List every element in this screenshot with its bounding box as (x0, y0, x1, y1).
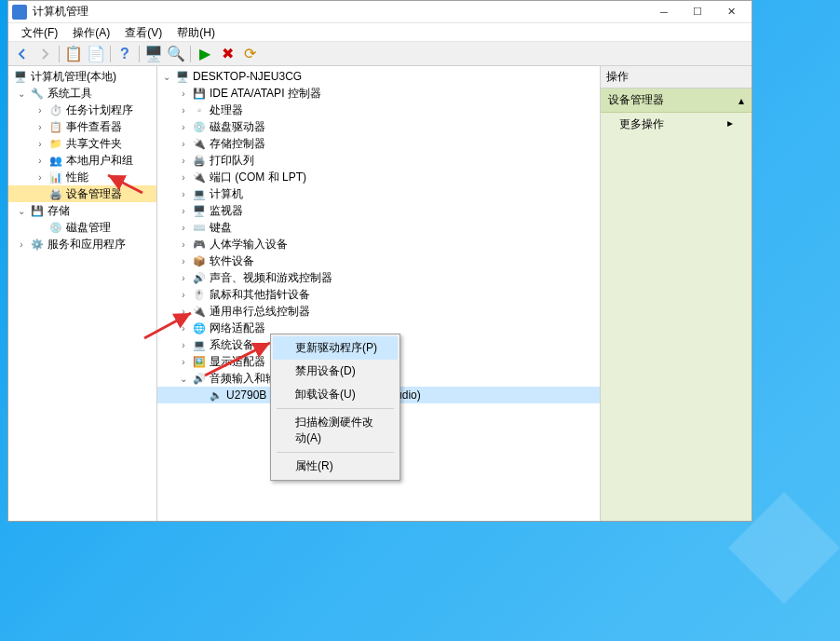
titlebar[interactable]: 计算机管理 ─ ☐ ✕ (8, 1, 752, 23)
tree-device-manager[interactable]: 🖨️设备管理器 (8, 185, 156, 202)
dev-disk[interactable]: ›💿磁盘驱动器 (157, 118, 600, 135)
dev-hid[interactable]: ›🎮人体学输入设备 (157, 236, 600, 252)
collapse-icon: ▴ (738, 94, 744, 107)
network-icon: 🌐 (192, 320, 207, 335)
view-button[interactable]: 🖥️ (143, 44, 164, 64)
actions-group[interactable]: 设备管理器▴ (601, 89, 752, 113)
monitor-icon: 🖥️ (192, 203, 207, 218)
window-title: 计算机管理 (33, 4, 647, 20)
maximize-button[interactable]: ☐ (681, 2, 714, 22)
computer-icon: 🖥️ (13, 69, 28, 84)
expander-icon[interactable]: ⌄ (16, 89, 27, 99)
clock-icon: ⏱️ (48, 102, 63, 117)
ctrl-icon: 🔌 (192, 136, 207, 151)
dev-ports[interactable]: ›🔌端口 (COM 和 LPT) (157, 169, 600, 185)
event-icon: 📋 (48, 119, 63, 134)
tools-icon: 🔧 (30, 86, 45, 101)
gpu-icon: 🖼️ (192, 354, 207, 369)
chevron-right-icon: ▸ (727, 116, 733, 132)
actions-header: 操作 (601, 66, 752, 89)
pc-icon: 🖥️ (175, 69, 190, 84)
cm-uninstall[interactable]: 卸载设备(U) (273, 383, 398, 406)
folder-icon: 📁 (48, 136, 63, 151)
storage-icon: 💾 (30, 203, 45, 218)
printer-icon: 🖨️ (192, 153, 207, 168)
tree-shared-folders[interactable]: ›📁共享文件夹 (8, 135, 156, 152)
dev-mouse[interactable]: ›🖱️鼠标和其他指针设备 (157, 286, 600, 303)
menu-help[interactable]: 帮助(H) (169, 23, 223, 41)
ide-icon: 💾 (192, 86, 207, 101)
port-icon: 🔌 (192, 170, 207, 184)
tree-root[interactable]: 🖥️计算机管理(本地) (8, 68, 156, 85)
app-icon (12, 5, 27, 20)
menu-file[interactable]: 文件(F) (14, 23, 65, 41)
tree-services[interactable]: ›⚙️服务和应用程序 (8, 236, 156, 252)
dev-monitors[interactable]: ›🖥️监视器 (157, 202, 600, 219)
dev-storage-ctrl[interactable]: ›🔌存储控制器 (157, 135, 600, 152)
tree-local-users[interactable]: ›👥本地用户和组 (8, 152, 156, 169)
device-icon: 🖨️ (48, 186, 63, 201)
menu-view[interactable]: 查看(V) (117, 23, 169, 41)
tree-storage[interactable]: ⌄💾存储 (8, 202, 156, 219)
mouse-icon: 🖱️ (192, 287, 207, 302)
tree-task-scheduler[interactable]: ›⏱️任务计划程序 (8, 102, 156, 118)
up-button[interactable]: 📋 (63, 44, 84, 64)
sound-icon: 🔊 (192, 270, 207, 285)
update-button[interactable]: ⟳ (239, 44, 260, 64)
disk-icon: 💿 (48, 220, 63, 235)
hid-icon: 🎮 (192, 237, 207, 252)
users-icon: 👥 (48, 153, 63, 168)
help-button[interactable]: ? (115, 44, 135, 64)
comp-icon: 💻 (192, 186, 207, 201)
dev-keyboards[interactable]: ›⌨️键盘 (157, 219, 600, 236)
software-icon: 📦 (192, 253, 207, 268)
left-tree-pane[interactable]: 🖥️计算机管理(本地) ⌄🔧系统工具 ›⏱️任务计划程序 ›📋事件查看器 ›📁共… (8, 66, 157, 521)
cm-properties[interactable]: 属性(R) (273, 455, 398, 478)
hdd-icon: 💿 (192, 119, 207, 134)
cpu-icon: ▫️ (192, 102, 207, 117)
cm-disable[interactable]: 禁用设备(D) (273, 360, 398, 383)
tree-event-viewer[interactable]: ›📋事件查看器 (8, 118, 156, 135)
usb-icon: 🔌 (192, 304, 207, 319)
back-button[interactable] (12, 44, 33, 64)
cm-separator (277, 408, 394, 409)
disable-button[interactable]: ✖ (217, 44, 237, 64)
actions-more[interactable]: 更多操作▸ (601, 113, 752, 136)
tree-disk-mgmt[interactable]: 💿磁盘管理 (8, 219, 156, 236)
dev-usb[interactable]: ›🔌通用串行总线控制器 (157, 303, 600, 320)
enable-button[interactable]: ▶ (195, 44, 215, 64)
toolbar: 📋 📄 ? 🖥️ 🔍 ▶ ✖ ⟳ (8, 42, 752, 66)
keyboard-icon: ⌨️ (192, 220, 207, 235)
dev-computer[interactable]: ⌄🖥️DESKTOP-NJEU3CG (157, 68, 600, 85)
system-icon: 💻 (192, 337, 207, 352)
cm-update-driver[interactable]: 更新驱动程序(P) (273, 336, 398, 360)
cm-separator (277, 452, 394, 453)
audio-icon: 🔊 (192, 371, 207, 386)
speaker-icon: 🔈 (209, 388, 224, 402)
dev-ide[interactable]: ›💾IDE ATA/ATAPI 控制器 (157, 85, 600, 102)
close-button[interactable]: ✕ (714, 2, 748, 22)
dev-computers[interactable]: ›💻计算机 (157, 185, 600, 202)
dev-sound[interactable]: ›🔊声音、视频和游戏控制器 (157, 269, 600, 286)
tree-performance[interactable]: ›📊性能 (8, 169, 156, 185)
menubar: 文件(F) 操作(A) 查看(V) 帮助(H) (8, 23, 752, 42)
cm-scan[interactable]: 扫描检测硬件改动(A) (273, 411, 398, 450)
tree-system-tools[interactable]: ⌄🔧系统工具 (8, 85, 156, 102)
context-menu: 更新驱动程序(P) 禁用设备(D) 卸载设备(U) 扫描检测硬件改动(A) 属性… (270, 334, 400, 481)
minimize-button[interactable]: ─ (647, 2, 681, 22)
scan-button[interactable]: 🔍 (166, 44, 186, 64)
properties-button[interactable]: 📄 (86, 44, 106, 64)
forward-button[interactable] (34, 44, 55, 64)
menu-action[interactable]: 操作(A) (65, 23, 117, 41)
perf-icon: 📊 (48, 170, 63, 184)
dev-software[interactable]: ›📦软件设备 (157, 252, 600, 269)
actions-pane: 操作 设备管理器▴ 更多操作▸ (601, 66, 752, 521)
services-icon: ⚙️ (30, 237, 45, 252)
dev-cpu[interactable]: ›▫️处理器 (157, 102, 600, 118)
dev-print[interactable]: ›🖨️打印队列 (157, 152, 600, 169)
